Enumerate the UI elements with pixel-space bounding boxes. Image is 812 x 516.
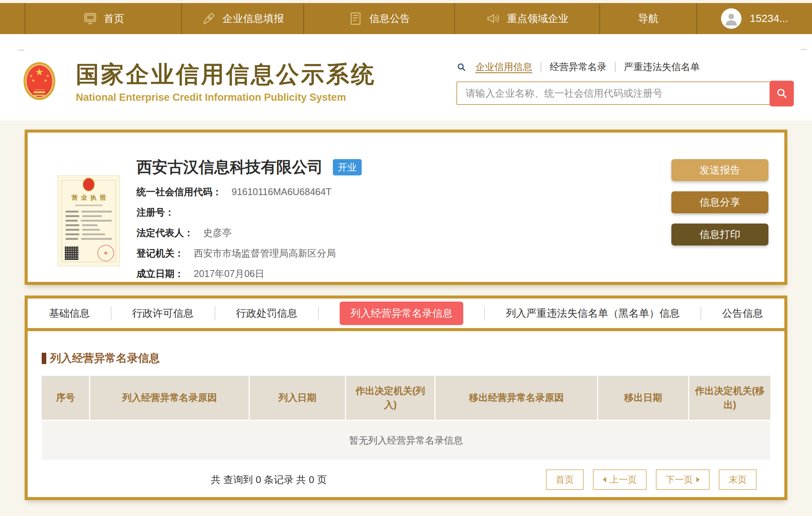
nav-item-label: 信息公告 [369, 12, 410, 25]
search-tab-blacklist[interactable]: 严重违法失信名单 [624, 61, 700, 73]
page-next-button[interactable]: 下一页 [656, 469, 710, 490]
right-arrow-icon [696, 477, 700, 482]
business-license-image[interactable]: 营业执照 [58, 175, 120, 266]
nav-item-home[interactable]: 首页 [25, 3, 182, 34]
nav-item-label: 导航 [638, 12, 658, 25]
page-prev-button[interactable]: 上一页 [593, 469, 647, 490]
col-header-remove-reason: 移出经营异常名录原因 [435, 376, 598, 421]
search-button-icon [776, 87, 788, 100]
left-arrow-icon [603, 477, 606, 482]
detail-tabs: 基础信息 行政许可信息 行政处罚信息 列入经营异常名录信息 列入严重违法失信名单… [28, 299, 784, 328]
pen-icon [201, 11, 216, 26]
abnormal-list-table: 序号 列入经营异常名录原因 列入日期 作出决定机关(列入) 移出经营异常名录原因… [42, 376, 770, 460]
table-header-row: 序号 列入经营异常名录原因 列入日期 作出决定机关(列入) 移出经营异常名录原因… [42, 376, 770, 421]
main-content: 营业执照 西安古汉信息科技有限公司 开业 [0, 130, 812, 500]
info-share-button[interactable]: 信息分享 [671, 191, 768, 213]
tab-basic-info[interactable]: 基础信息 [49, 306, 90, 320]
license-qr-code [65, 246, 78, 260]
info-print-button[interactable]: 信息打印 [671, 224, 768, 245]
nav-item-announcement[interactable]: 信息公告 [304, 3, 455, 34]
megaphone-icon [486, 11, 501, 26]
pagination-row: 共 查询到 0 条记录 共 0 页 首页 上一页 下一页 [42, 469, 770, 490]
tab-admin-license[interactable]: 行政许可信息 [132, 306, 194, 320]
table-empty-row: 暂无列入经营异常名录信息 [42, 421, 770, 460]
search-icon [456, 62, 466, 72]
site-header: ★ ★ ★ ★ ★ 国家企业信用信息公示系统 National Enterpri… [0, 34, 812, 120]
col-header-remove-authority: 作出决定机关(移出) [689, 376, 770, 421]
decorative-dash [18, 50, 24, 51]
nav-item-label: 首页 [104, 12, 124, 25]
status-badge: 开业 [333, 159, 362, 175]
nav-user-account[interactable]: 15234... [697, 3, 812, 34]
license-title: 营业执照 [58, 194, 119, 202]
page-last-button[interactable]: 末页 [719, 469, 757, 490]
field-legal-representative: 法定代表人： 史彦亭 [136, 227, 362, 239]
separator [541, 62, 541, 72]
search-box [456, 81, 794, 105]
nav-item-enterprise-fill[interactable]: 企业信息填报 [182, 3, 304, 34]
tab-blacklist[interactable]: 列入严重违法失信名单（黑名单）信息 [506, 306, 680, 320]
tab-abnormal-list[interactable]: 列入经营异常名录信息 [340, 302, 463, 325]
avatar [721, 8, 741, 29]
company-actions: 发送报告 信息分享 信息打印 [671, 159, 768, 245]
company-info: 西安古汉信息科技有限公司 开业 统一社会信用代码： 91610116MA6U68… [136, 157, 362, 282]
field-registration-number: 注册号： [136, 206, 362, 219]
pager: 首页 上一页 下一页 末页 [546, 469, 757, 490]
site-title-cn: 国家企业信用信息公示系统 [76, 59, 376, 90]
nav-item-key-enterprises[interactable]: 重点领域企业 [455, 3, 600, 34]
send-report-button[interactable]: 发送报告 [671, 159, 768, 181]
tab-admin-penalty[interactable]: 行政处罚信息 [236, 306, 298, 320]
nav-item-label: 企业信息填报 [223, 12, 284, 25]
page-first-button[interactable]: 首页 [546, 469, 584, 490]
heading-marker [42, 353, 46, 364]
col-header-remove-date: 移出日期 [597, 376, 688, 421]
field-registration-authority: 登记机关： 西安市市场监督管理局高新区分局 [136, 247, 362, 260]
license-seal [97, 245, 114, 261]
separator [615, 62, 616, 72]
nav-item-label: 重点领域企业 [507, 12, 569, 25]
bulletin-icon [348, 11, 363, 26]
field-establishment-date: 成立日期： 2017年07月06日 [136, 267, 362, 280]
separator [318, 306, 319, 320]
col-header-seq: 序号 [42, 376, 90, 421]
monitor-icon [83, 11, 98, 26]
license-emblem-icon [83, 178, 95, 191]
nav-item-navigation[interactable]: 导航 [600, 3, 697, 34]
company-summary-card: 营业执照 西安古汉信息科技有限公司 开业 [25, 130, 787, 285]
record-summary: 共 查询到 0 条记录 共 0 页 [211, 473, 327, 486]
separator [215, 306, 215, 320]
gold-divider [28, 328, 784, 331]
search-tabs: 企业信用信息 经营异常名录 严重违法失信名单 [456, 61, 794, 73]
decorative-dash [801, 49, 807, 50]
company-name: 西安古汉信息科技有限公司 [136, 157, 323, 178]
search-area: 企业信用信息 经营异常名录 严重违法失信名单 [456, 61, 794, 105]
search-button[interactable] [770, 81, 794, 106]
detail-card: 基础信息 行政许可信息 行政处罚信息 列入经营异常名录信息 列入严重违法失信名单… [25, 296, 787, 500]
page: 首页 企业信息填报 信息公告 [0, 0, 812, 516]
search-input[interactable] [457, 88, 793, 99]
col-header-list-authority: 作出决定机关(列入) [345, 376, 435, 421]
search-tab-abnormal-list[interactable]: 经营异常名录 [550, 61, 607, 73]
nav-spacer [0, 3, 25, 34]
abnormal-list-section: 列入经营异常名录信息 序号 列入经营异常名录原因 列入日期 作出决定机关(列入) [28, 331, 784, 497]
empty-state-text: 暂无列入经营异常名录信息 [42, 421, 770, 460]
national-emblem-logo: ★ ★ ★ ★ ★ [24, 62, 55, 100]
field-credit-code: 统一社会信用代码： 91610116MA6U68464T [136, 186, 362, 198]
col-header-list-date: 列入日期 [249, 376, 346, 421]
col-header-list-reason: 列入经营异常名录原因 [90, 376, 249, 421]
tab-announcement-info[interactable]: 公告信息 [722, 306, 763, 320]
separator [701, 306, 701, 320]
nav-user-label: 15234... [750, 13, 788, 25]
site-title-en: National Enterprise Credit Information P… [76, 92, 346, 103]
search-tab-credit-info[interactable]: 企业信用信息 [475, 61, 532, 73]
separator [484, 306, 485, 320]
separator [111, 306, 111, 320]
section-heading: 列入经营异常名录信息 [42, 351, 770, 366]
top-navigation: 首页 企业信息填报 信息公告 [0, 3, 812, 34]
